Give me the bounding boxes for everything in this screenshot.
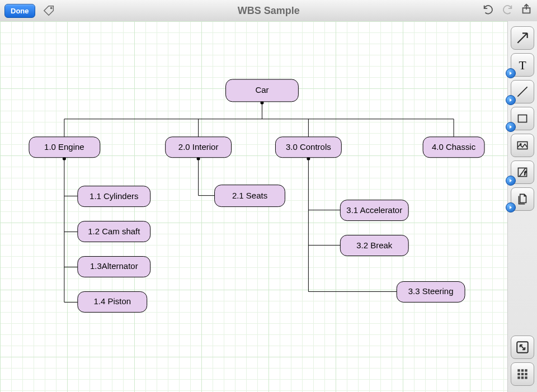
text-icon: T — [515, 58, 530, 72]
select-tool[interactable] — [511, 26, 534, 50]
tool-rail: T f — [507, 21, 537, 392]
node-label: 1.3Alternator — [90, 261, 138, 271]
node-label: 1.4 Piston — [93, 296, 131, 306]
node-cylinders[interactable]: 1.1 Cylinders — [78, 186, 150, 207]
svg-point-0 — [50, 7, 51, 8]
expand-badge-icon[interactable] — [506, 202, 516, 212]
done-button[interactable]: Done — [4, 4, 35, 18]
svg-rect-51 — [525, 376, 527, 379]
node-engine[interactable]: 1.0 Engine — [29, 137, 100, 158]
grid-icon — [515, 367, 530, 381]
svg-rect-44 — [521, 369, 524, 371]
node-label: Car — [255, 85, 268, 95]
undo-icon[interactable] — [482, 3, 494, 18]
svg-rect-47 — [521, 373, 524, 375]
svg-line-36 — [517, 87, 527, 96]
svg-text:T: T — [519, 59, 526, 72]
node-piston[interactable]: 1.4 Piston — [78, 291, 147, 312]
node-steering[interactable]: 3.3 Steering — [397, 281, 465, 302]
node-label: 3.1 Accelerator — [346, 205, 402, 215]
node-break[interactable]: 3.2 Break — [340, 235, 408, 256]
svg-rect-50 — [521, 376, 524, 379]
node-alternator[interactable]: 1.3Alternator — [78, 257, 150, 277]
canvas[interactable]: Car 1.0 Engine 2.0 Interior 3.0 Controls… — [0, 21, 508, 392]
node-label: 1.2 Cam shaft — [88, 226, 140, 236]
svg-rect-46 — [517, 373, 520, 375]
shape-tool[interactable] — [511, 107, 534, 130]
function-tool[interactable]: f — [511, 160, 534, 184]
duplicate-tool[interactable] — [511, 187, 534, 211]
node-seats[interactable]: 2.1 Seats — [215, 185, 285, 207]
image-icon — [515, 138, 530, 153]
node-label: 1.1 Cylinders — [90, 191, 138, 201]
tag-icon[interactable] — [43, 4, 55, 17]
node-accelerator[interactable]: 3.1 Accelerator — [340, 200, 408, 221]
node-controls[interactable]: 3.0 Controls — [275, 137, 341, 158]
grid-view-tool[interactable] — [511, 362, 534, 386]
svg-text:f: f — [524, 171, 526, 176]
expand-badge-icon[interactable] — [506, 122, 516, 132]
expand-badge-icon[interactable] — [506, 68, 516, 78]
line-tool[interactable] — [511, 80, 534, 103]
node-label: 2.1 Seats — [232, 191, 267, 200]
diagram: Car 1.0 Engine 2.0 Interior 3.0 Controls… — [0, 21, 507, 391]
node-root[interactable]: Car — [226, 79, 299, 102]
svg-rect-49 — [517, 376, 520, 379]
svg-point-39 — [520, 144, 521, 145]
redo-icon[interactable] — [501, 3, 514, 18]
rectangle-icon — [515, 111, 530, 126]
node-label: 2.0 Interior — [178, 142, 219, 152]
text-tool[interactable]: T — [511, 53, 534, 77]
node-label: 3.0 Controls — [286, 142, 331, 152]
image-tool[interactable] — [511, 134, 534, 157]
node-camshaft[interactable]: 1.2 Cam shaft — [78, 221, 150, 242]
expand-badge-icon[interactable] — [506, 95, 516, 105]
share-icon[interactable] — [520, 3, 533, 18]
top-toolbar: Done WBS Sample — [0, 0, 537, 22]
node-interior[interactable]: 2.0 Interior — [166, 137, 232, 158]
node-label: 4.0 Chassic — [432, 142, 476, 152]
svg-rect-45 — [525, 369, 527, 371]
document-title: WBS Sample — [55, 5, 483, 17]
node-label: 3.3 Steering — [408, 286, 454, 296]
arrow-icon — [515, 31, 530, 45]
node-chassic[interactable]: 4.0 Chassic — [423, 137, 484, 158]
svg-rect-48 — [525, 373, 527, 375]
node-label: 1.0 Engine — [44, 142, 84, 152]
pages-icon — [515, 192, 530, 206]
function-icon: f — [515, 165, 530, 180]
line-icon — [515, 84, 530, 99]
svg-rect-37 — [518, 115, 526, 122]
svg-rect-43 — [517, 369, 520, 371]
expand-badge-icon[interactable] — [506, 176, 516, 186]
fit-screen-tool[interactable] — [511, 336, 534, 359]
expand-icon — [515, 340, 530, 355]
node-label: 3.2 Break — [356, 240, 393, 250]
